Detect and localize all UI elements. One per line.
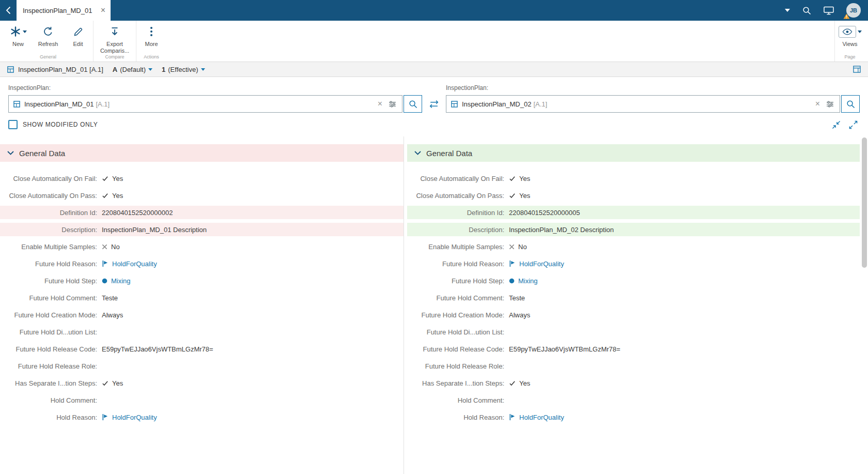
- edit-button-label: Edit: [73, 41, 83, 48]
- field-label: Has Separate I...tion Steps:: [0, 379, 102, 387]
- left-inspectionplan-input[interactable]: InspectionPlan_MD_01[A.1] ×: [8, 95, 402, 113]
- chevron-down-icon: [201, 68, 205, 71]
- back-button[interactable]: [0, 0, 17, 21]
- value-text: Always: [102, 311, 123, 319]
- right-rows: Close Automatically On Fail:YesClose Aut…: [407, 168, 860, 427]
- scrollbar-thumb[interactable]: [862, 137, 867, 268]
- entity-link[interactable]: Mixing: [518, 277, 538, 285]
- effectivity-dropdown[interactable]: 1 (Effective): [162, 66, 205, 73]
- comparison-row: Definition Id:2208040152520000002: [0, 206, 404, 219]
- comparison-row: Future Hold Release Role:: [407, 359, 860, 373]
- chevron-left-icon: [6, 6, 11, 14]
- new-button[interactable]: New: [3, 21, 33, 54]
- sliders-icon[interactable]: [388, 101, 397, 108]
- clear-icon[interactable]: ×: [814, 100, 821, 108]
- comparison-row: Close Automatically On Pass:Yes: [407, 189, 860, 202]
- chevron-down-icon[interactable]: [414, 151, 421, 155]
- search-icon[interactable]: [802, 6, 811, 15]
- cross-icon: [509, 244, 515, 250]
- value-text: InspectionPlan_MD_02 Description: [509, 226, 614, 234]
- breadcrumb-entity[interactable]: InspectionPlan_MD_01 [A.1]: [18, 66, 103, 73]
- chevron-down-icon: [858, 30, 862, 33]
- vertical-scrollbar[interactable]: [862, 137, 867, 473]
- asterisk-icon: [10, 26, 21, 37]
- views-button[interactable]: Views: [835, 21, 865, 54]
- avatar[interactable]: JB: [846, 3, 861, 18]
- field-value: Always: [102, 311, 123, 319]
- entity-link[interactable]: HoldForQuality: [519, 414, 564, 421]
- input-revision: [A.1]: [533, 100, 547, 108]
- cross-icon: [102, 244, 107, 250]
- compare-selectors: InspectionPlan: InspectionPlan_MD_01[A.1…: [0, 77, 868, 116]
- close-icon[interactable]: ×: [101, 6, 105, 14]
- check-icon: [509, 192, 516, 199]
- refresh-button-label: Refresh: [38, 41, 58, 48]
- entity-link[interactable]: HoldForQuality: [112, 414, 157, 421]
- chevron-down-icon[interactable]: [7, 151, 14, 155]
- views-button-label: Views: [842, 41, 857, 48]
- tab-inspectionplan[interactable]: InspectionPlan_MD_01 ×: [17, 0, 111, 21]
- field-label: Hold Reason:: [0, 414, 102, 421]
- comparison-row: Future Hold Step:Mixing: [407, 274, 860, 287]
- field-value: E59pyTwEJJao6VjsWTBmLGzMr78=: [102, 345, 213, 353]
- general-data-section-header-right[interactable]: General Data: [407, 144, 860, 162]
- field-label: Future Hold Release Role:: [0, 362, 102, 370]
- left-search-button[interactable]: [404, 95, 422, 113]
- sliders-icon[interactable]: [825, 101, 835, 108]
- value-text: Yes: [112, 379, 123, 387]
- entity-link[interactable]: HoldForQuality: [112, 260, 157, 268]
- comparison-row: Enable Multiple Samples:No: [407, 240, 860, 253]
- general-data-section-header-left[interactable]: General Data: [0, 144, 404, 162]
- comparison-row: Future Hold Release Code:E59pyTwEJJao6Vj…: [407, 342, 860, 356]
- field-value: Mixing: [102, 277, 131, 285]
- value-text: Always: [509, 311, 530, 319]
- chevron-down-icon[interactable]: [785, 9, 790, 12]
- field-label: Close Automatically On Pass:: [0, 192, 102, 200]
- refresh-button[interactable]: Refresh: [33, 21, 63, 54]
- field-value: 2208040152520000005: [509, 209, 580, 217]
- edit-button[interactable]: Edit: [63, 21, 93, 54]
- comparison-row: Future Hold Creation Mode:Always: [0, 308, 404, 322]
- expand-all-icon[interactable]: [849, 120, 858, 129]
- right-inspectionplan-input[interactable]: InspectionPlan_MD_02[A.1] ×: [446, 95, 840, 113]
- input-revision: [A.1]: [96, 100, 110, 108]
- version-label: (Default): [120, 66, 146, 73]
- new-button-label: New: [12, 41, 24, 48]
- comparison-row: Future Hold Creation Mode:Always: [407, 308, 860, 322]
- entity-link[interactable]: Mixing: [111, 277, 131, 285]
- chevron-down-icon: [23, 30, 27, 33]
- right-search-button[interactable]: [841, 95, 860, 113]
- field-value: HoldForQuality: [509, 260, 564, 268]
- details-panel-icon[interactable]: [853, 66, 861, 73]
- field-label: Future Hold Step:: [407, 277, 509, 285]
- right-panel: General Data Close Automatically On Fail…: [407, 136, 860, 474]
- comparison-row: Has Separate I...tion Steps:Yes: [407, 376, 860, 390]
- more-button[interactable]: More: [136, 21, 166, 54]
- field-value: InspectionPlan_MD_02 Description: [509, 226, 614, 234]
- entity-icon: [7, 66, 14, 73]
- right-selector-label: InspectionPlan:: [446, 84, 860, 91]
- show-modified-only-checkbox[interactable]: [8, 120, 18, 129]
- show-modified-only-label[interactable]: SHOW MODIFIED ONLY: [23, 121, 98, 128]
- toolbar: New Refresh Edit: [0, 21, 868, 62]
- comparison-row: Future Hold Di...ution List:: [407, 325, 860, 339]
- field-label: Close Automatically On Fail:: [0, 175, 102, 182]
- field-value: Yes: [102, 379, 123, 387]
- entity-icon: [13, 101, 20, 108]
- pencil-icon: [73, 27, 83, 37]
- export-comparison-button[interactable]: Export Comparis...: [94, 21, 136, 54]
- collapse-all-icon[interactable]: [832, 120, 841, 129]
- swap-button[interactable]: [427, 95, 441, 113]
- clear-icon[interactable]: ×: [377, 100, 383, 108]
- value-text: No: [518, 243, 527, 251]
- field-value: Teste: [102, 294, 118, 302]
- swap-arrows-icon: [428, 100, 440, 109]
- monitor-icon[interactable]: [824, 6, 834, 15]
- check-icon: [509, 380, 516, 387]
- version-dropdown[interactable]: A (Default): [113, 66, 152, 73]
- entity-link[interactable]: HoldForQuality: [519, 260, 564, 268]
- field-value: HoldForQuality: [102, 414, 157, 421]
- left-rows: Close Automatically On Fail:YesClose Aut…: [0, 168, 404, 427]
- field-value: HoldForQuality: [509, 414, 564, 421]
- field-label: Enable Multiple Samples:: [407, 243, 509, 251]
